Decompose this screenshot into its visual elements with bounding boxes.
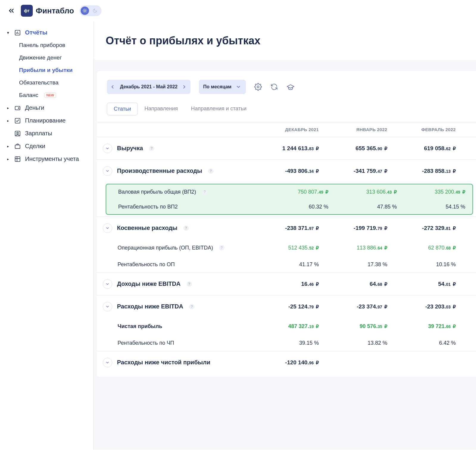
help-icon[interactable]: ?	[183, 225, 189, 231]
settings-button[interactable]	[254, 83, 262, 91]
report-panel: Декабрь 2021 - Май 2022 По месяцам	[97, 71, 476, 377]
nav-money[interactable]: ▸ Деньги	[6, 101, 88, 114]
chevron-down-icon	[105, 146, 110, 150]
nav-deals[interactable]: ▸ Сделки	[6, 140, 88, 153]
row-ebitda: Операционная прибыль (ОП, EBITDA) ? 512 …	[97, 239, 476, 256]
svg-point-17	[17, 132, 18, 134]
tab-directions-articles[interactable]: Направления и статьи	[185, 103, 253, 115]
education-button[interactable]	[286, 83, 294, 91]
briefcase-icon	[14, 143, 21, 150]
theme-toggle[interactable]	[79, 5, 102, 16]
chevron-down-icon	[236, 84, 241, 90]
row-label: Косвенные расходы	[117, 225, 177, 231]
caret-right-icon: ▸	[7, 106, 10, 110]
refresh-button[interactable]	[270, 83, 278, 91]
cell: 512 435.52 ₽	[257, 245, 326, 251]
gear-icon	[254, 83, 262, 91]
row-label: Валовая прибыль общая (ВП2)	[118, 189, 196, 195]
row-label: Чистая прибыль	[118, 323, 162, 330]
row-label: Рентабельность по ЧП	[118, 340, 174, 346]
row-expander[interactable]	[103, 166, 112, 176]
row-label: Расходы ниже EBITDA	[117, 303, 183, 310]
column-header: ЯНВАРЬ 2022	[326, 127, 394, 132]
row-label: Выручка	[117, 145, 143, 152]
cell: -23 203.03 ₽	[394, 303, 463, 310]
cell: 113 886.64 ₽	[326, 245, 394, 251]
tab-articles[interactable]: Статьи	[107, 103, 138, 115]
row-expander[interactable]	[103, 358, 112, 367]
cell: 487 327.19 ₽	[257, 323, 326, 330]
row-op-margin: Рентабельность по ОП 41.17 % 17.38 % 10.…	[97, 256, 476, 272]
nav-cashflow[interactable]: Движение денег	[6, 51, 88, 64]
person-icon	[14, 130, 21, 137]
tab-directions[interactable]: Направления	[138, 103, 184, 115]
sidebar: ▾ Отчёты Панель приборов Движение денег …	[0, 21, 94, 450]
row-expander[interactable]	[103, 302, 112, 311]
chevron-left-icon	[110, 84, 115, 90]
row-net-margin: Рентабельность по ЧП 39.15 % 13.82 % 6.4…	[97, 335, 476, 351]
help-icon[interactable]: ?	[187, 281, 192, 287]
row-label: Расходы ниже чистой прибыли	[117, 359, 210, 366]
gross-profit-block: Валовая прибыль общая (ВП2) ? 750 807.49…	[106, 184, 473, 215]
cell: 17.38 %	[326, 261, 394, 268]
cell: 60.32 %	[267, 204, 335, 210]
cell: 10.16 %	[394, 261, 463, 268]
nav-pnl[interactable]: Прибыли и убытки	[6, 64, 88, 76]
nav-balance[interactable]: Баланс NEW	[6, 89, 88, 101]
logo-text: Финтабло	[36, 6, 74, 15]
chevron-down-icon	[105, 226, 110, 230]
svg-line-8	[86, 9, 86, 10]
period-picker[interactable]: Декабрь 2021 - Май 2022	[107, 80, 191, 94]
nav-dashboard[interactable]: Панель приборов	[6, 39, 88, 51]
cell: 655 365.90 ₽	[326, 145, 394, 152]
column-header: ДЕКАБРЬ 2021	[257, 127, 326, 132]
row-below-ebitda-income: Доходы ниже EBITDA ? 16.46 ₽ 64.68 ₽ 54.…	[97, 272, 476, 295]
logo-tile: фт	[21, 5, 33, 17]
help-icon[interactable]: ?	[202, 189, 207, 195]
cell: 39 721.66 ₽	[394, 323, 463, 330]
row-label: Доходы ниже EBITDA	[117, 280, 181, 287]
row-production-costs: Производственные расходы ? -493 806.34 ₽…	[97, 159, 476, 182]
help-icon[interactable]: ?	[189, 304, 194, 309]
cell: -283 858.13 ₽	[394, 168, 463, 174]
caret-down-icon: ▾	[7, 31, 10, 35]
wallet-icon	[14, 105, 21, 111]
row-expander[interactable]	[103, 144, 112, 153]
row-expander[interactable]	[103, 223, 112, 233]
cell: 1 244 613.83 ₽	[257, 145, 326, 152]
cell: 47.85 %	[335, 204, 404, 210]
row-indirect-costs: Косвенные расходы ? -238 371.97 ₽ -199 7…	[97, 217, 476, 239]
nav-salary[interactable]: ▸ Зарплаты	[6, 127, 88, 140]
cell: -25 124.79 ₽	[257, 303, 326, 310]
row-below-net-expenses: Расходы ниже чистой прибыли -120 140.96 …	[97, 351, 476, 374]
chevron-down-icon	[105, 305, 110, 309]
nav-reports-label: Отчёты	[25, 29, 47, 36]
help-icon[interactable]: ?	[219, 245, 224, 250]
cell: 16.46 ₽	[257, 281, 326, 287]
row-gross-margin: Рентабельность по ВП2 60.32 % 47.85 % 54…	[106, 199, 472, 214]
row-expander[interactable]	[103, 279, 112, 289]
nav-liabilities[interactable]: Обязательства	[6, 76, 88, 89]
sidebar-collapse-button[interactable]	[7, 7, 15, 15]
row-gross-profit: Валовая прибыль общая (ВП2) ? 750 807.49…	[106, 184, 472, 199]
granularity-picker[interactable]: По месяцам	[199, 80, 246, 94]
help-icon[interactable]: ?	[208, 168, 213, 174]
nav-tools[interactable]: ▸ Инструменты учета	[6, 153, 88, 165]
nav-planning[interactable]: ▸ Планирование	[6, 114, 88, 127]
reports-icon	[14, 29, 21, 36]
app-logo[interactable]: фт Финтабло	[21, 5, 74, 17]
cell: 54.01 ₽	[394, 281, 463, 287]
column-header: ФЕВРАЛЬ 2022	[394, 127, 463, 132]
cell: 39.15 %	[257, 340, 326, 346]
chevron-down-icon	[105, 360, 110, 365]
nav-reports[interactable]: ▾ Отчёты	[6, 26, 88, 39]
help-icon[interactable]: ?	[149, 146, 154, 151]
refresh-icon	[270, 83, 278, 91]
caret-right-icon: ▸	[7, 157, 10, 161]
cell: -199 719.79 ₽	[326, 225, 394, 231]
cell: -238 371.97 ₽	[257, 225, 326, 231]
svg-rect-18	[15, 145, 20, 148]
cell: -120 140.96 ₽	[257, 359, 326, 366]
chevrons-left-icon	[7, 7, 15, 15]
cell: 619 058.62 ₽	[394, 145, 463, 152]
